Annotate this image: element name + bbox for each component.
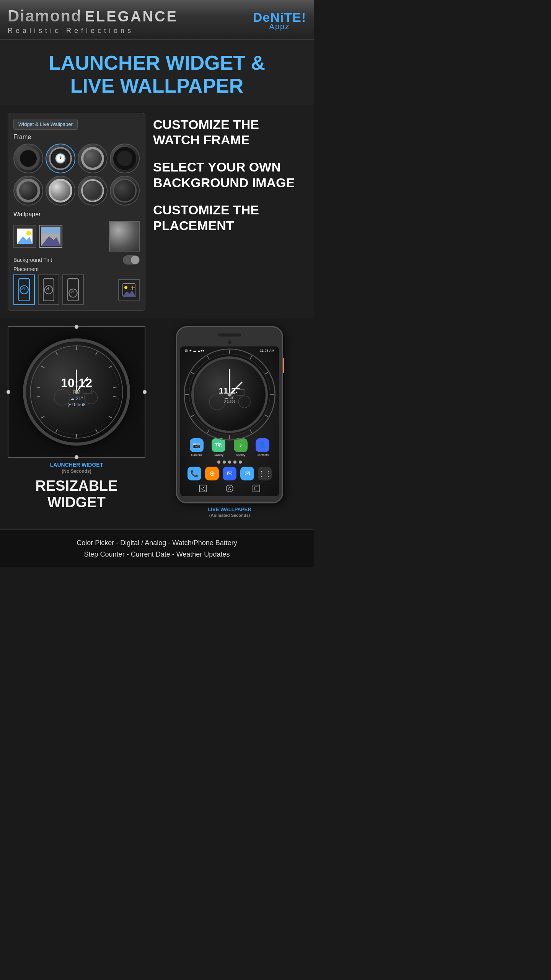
wallpaper-label: Wallpaper [13,211,140,218]
svg-line-8 [22,287,24,289]
widget-caption: LAUNCHER WIDGET (No Seconds) [8,462,145,474]
frame-item-1[interactable] [13,144,43,173]
svg-point-41 [75,390,78,394]
footer-line1: Color Picker - Digital / Analog - Watch/… [8,537,306,549]
main-title: LAUNCHER WIDGET & LIVE WALLPAPER [8,52,306,98]
svg-line-55 [191,415,194,416]
phone-side-button [283,358,284,373]
svg-marker-19 [123,291,136,297]
phone-outer: ⊞ ✦ ☁ ▲▾▾ 11:23 AM [176,326,283,503]
footer: Color Picker - Digital / Analog - Watch/… [0,529,314,567]
phone-camera [228,340,231,344]
svg-line-29 [113,396,117,397]
bg-tint-toggle[interactable] [123,255,140,265]
placement-item-3[interactable] [62,274,84,305]
frame-item-7[interactable] [78,176,108,206]
frame-grid: 🕐 [13,144,140,206]
svg-line-35 [36,396,39,397]
resizable-label: RESIZABLE WIDGET [8,478,145,511]
placement-gallery[interactable] [118,279,140,301]
svg-line-12 [46,287,49,289]
svg-rect-44 [83,387,92,393]
svg-rect-64 [237,390,245,395]
widget-preview: 10:12 PM ☁ 21° ⊁10,568 LAUNCHER WIDGET (… [8,326,145,511]
svg-line-52 [250,430,252,433]
svg-point-61 [228,392,231,396]
svg-rect-5 [41,227,60,234]
phone-nav: ◁ ○ □ [182,482,277,495]
svg-point-62 [209,394,225,410]
elegance-label: ELEGANCE [85,8,178,25]
nav-recent[interactable]: □ [253,485,260,492]
header: Diamond ELEGANCE Realistic Reflections D… [0,0,314,40]
watch-face-large: 10:12 PM ☁ 21° ⊁10,568 [23,338,130,446]
right-panel-text: CUSTOMIZE THE WATCH FRAME SELECT YOUR OW… [153,113,306,311]
svg-point-2 [26,231,31,235]
placement-label: Placement [13,266,140,272]
frame-item-5[interactable] [13,176,43,206]
placement-item-1[interactable] [13,274,35,305]
footer-line2: Step Counter - Current Date - Weather Up… [8,549,306,560]
frame-item-2[interactable]: 🕐 [46,144,75,173]
svg-line-28 [113,387,117,387]
diamond-label: Diamond [8,7,82,25]
panel-tab[interactable]: Widget & Live Wallpaper [13,119,78,130]
feature-2-title: SELECT YOUR OWN BACKGROUND IMAGE [153,159,306,191]
svg-line-54 [207,430,209,433]
placement-row [13,274,140,305]
toggle-knob [131,256,139,264]
feature-3-title: CUSTOMIZE THE PLACEMENT [153,202,306,234]
main-title-line2: LIVE WALLPAPER [8,75,306,98]
middle-section: Widget & Live Wallpaper Frame 🕐 [0,105,314,318]
bottom-section: 10:12 PM ☁ 21° ⊁10,568 LAUNCHER WIDGET (… [0,318,314,526]
svg-line-51 [265,415,268,416]
svg-line-48 [250,356,252,359]
svg-line-36 [36,387,39,387]
frame-item-4[interactable] [110,144,140,173]
wp-thumb-2[interactable] [39,225,62,248]
watch-on-phone: 11:23 ☁ 14° ⊁2,696 [191,356,268,433]
subtitle-label: Realistic Reflections [8,27,178,35]
wp-thumb-1[interactable] [13,225,36,248]
header-branding: Diamond ELEGANCE Realistic Reflections [8,7,178,35]
phone-speaker [218,333,241,336]
phone-screen: ⊞ ✦ ☁ ▲▾▾ 11:23 AM [180,346,279,496]
phone-preview: ⊞ ✦ ☁ ▲▾▾ 11:23 AM [153,326,306,518]
wp-metallic[interactable] [109,221,140,252]
svg-line-16 [71,291,73,293]
placement-item-2[interactable] [38,274,59,305]
frame-item-6[interactable] [46,176,75,206]
wallpaper-row [13,221,140,252]
main-title-line1: LAUNCHER WIDGET & [8,52,306,75]
main-title-section: LAUNCHER WIDGET & LIVE WALLPAPER [0,40,314,105]
widget-frame: 10:12 PM ☁ 21° ⊁10,568 [8,326,145,458]
denite-logo: DeNiTE! Appz [253,11,306,31]
svg-line-57 [191,372,194,374]
left-panel: Widget & Live Wallpaper Frame 🕐 [8,113,145,311]
svg-line-58 [207,356,209,359]
svg-point-63 [238,396,250,408]
nav-back[interactable]: ◁ [199,485,207,492]
tint-label: Background Tint [13,257,52,263]
frame-item-3[interactable] [78,144,108,173]
phone-caption: LIVE WALLPAPER (Animated Seconds) [153,506,306,518]
svg-point-20 [124,286,127,289]
logo-line1: DeNiTE! [253,11,306,24]
frame-item-8[interactable] [110,176,140,206]
tint-row: Background Tint [13,255,140,265]
svg-point-42 [54,389,70,405]
feature-1-title: CUSTOMIZE THE WATCH FRAME [153,117,306,148]
frame-label: Frame [13,134,140,140]
nav-home[interactable]: ○ [226,485,233,492]
svg-line-49 [265,372,268,374]
